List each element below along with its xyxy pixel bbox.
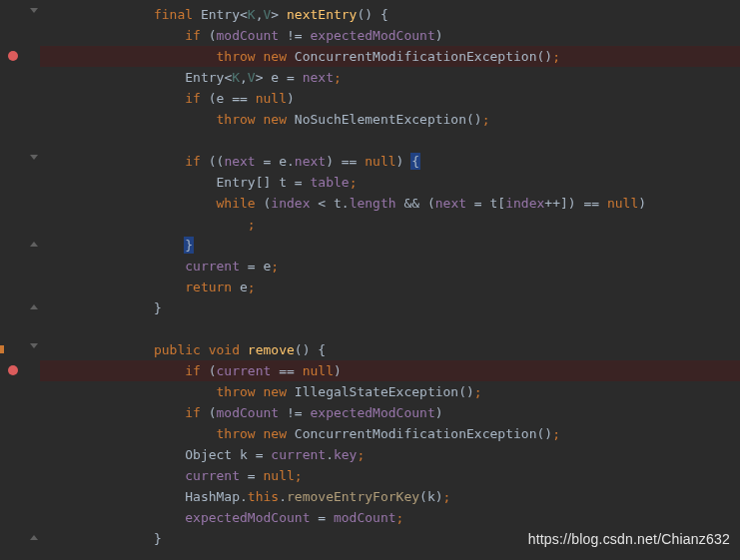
token: > [271,7,287,22]
gutter-line[interactable] [0,214,40,235]
gutter-line[interactable] [0,130,40,151]
code-line[interactable]: return e; [40,277,740,297]
token: k [240,447,248,462]
token: null [303,363,334,378]
gutter-line[interactable] [0,256,40,277]
breakpoint-icon[interactable] [8,51,18,61]
gutter-line[interactable] [0,381,40,402]
token: next [303,70,334,85]
token: ) [638,196,646,211]
gutter[interactable] [0,0,40,560]
fold-collapse-icon[interactable] [29,238,39,248]
token: nextEntry [287,7,357,22]
code-line[interactable]: while (index < t.length && (next = t[ind… [40,193,740,214]
code-line[interactable]: if (modCount != expectedModCount) [40,25,740,46]
code-line[interactable]: if ((next = e.next) == null) { [40,151,740,172]
code-line[interactable]: Entry[] t = table; [40,172,740,193]
token: Object [185,447,240,462]
gutter-line[interactable] [0,360,40,381]
token: void [209,342,248,357]
fold-expand-icon[interactable] [29,342,39,352]
gutter-line[interactable] [0,507,40,528]
gutter-line[interactable] [0,528,40,549]
token: () [536,426,552,441]
token: if [185,363,208,378]
gutter-line[interactable] [0,297,40,318]
gutter-line[interactable] [0,423,40,444]
token: ) [435,489,443,504]
gutter-line[interactable] [0,339,40,360]
gutter-line[interactable] [0,444,40,465]
token: . [240,489,248,504]
code-line[interactable]: expectedModCount = modCount; [40,507,740,528]
gutter-line[interactable] [0,88,40,109]
code-line[interactable]: } [40,235,740,256]
gutter-line[interactable] [0,318,40,339]
fold-expand-icon[interactable] [29,7,39,17]
gutter-line[interactable] [0,172,40,193]
gutter-line[interactable] [0,67,40,88]
code-line[interactable]: Entry<K,V> e = next; [40,67,740,88]
code-line[interactable]: throw new ConcurrentModificationExceptio… [40,423,740,444]
code-line[interactable]: HashMap.this.removeEntryForKey(k); [40,486,740,507]
code-line[interactable]: Object k = current.key; [40,444,740,465]
token: t [279,175,287,190]
code-line[interactable] [40,130,740,151]
token: if [185,91,208,106]
token: current [217,363,272,378]
code-line[interactable]: } [40,297,740,318]
code-area[interactable]: final Entry<K,V> nextEntry() { if (modCo… [40,0,740,560]
token: public [154,342,209,357]
token: expectedModCount [310,405,434,420]
code-line[interactable]: public void remove() { [40,339,740,360]
code-line[interactable]: current = null; [40,465,740,486]
gutter-line[interactable] [0,235,40,256]
override-marker-icon[interactable] [0,345,4,353]
code-line[interactable]: if (modCount != expectedModCount) [40,402,740,423]
token: while [217,196,264,211]
token: { [318,342,326,357]
token: ( [209,363,217,378]
code-line[interactable]: throw new ConcurrentModificationExceptio… [40,46,740,67]
gutter-line[interactable] [0,465,40,486]
breakpoint-icon[interactable] [8,365,18,375]
gutter-line[interactable] [0,25,40,46]
code-editor[interactable]: final Entry<K,V> nextEntry() { if (modCo… [0,0,740,560]
code-line[interactable]: if (e == null) [40,88,740,109]
token: ( [419,489,427,504]
code-line[interactable] [40,318,740,339]
token: = [279,70,302,85]
token: ) [287,91,295,106]
token: modCount [217,28,280,43]
fold-collapse-icon[interactable] [29,531,39,541]
fold-collapse-icon[interactable] [29,300,39,310]
gutter-line[interactable] [0,151,40,172]
code-line[interactable]: if (current == null) [40,360,740,381]
token: index [271,196,310,211]
gutter-line[interactable] [0,486,40,507]
gutter-line[interactable] [0,193,40,214]
token: ]) [560,196,583,211]
token: = [256,154,279,169]
gutter-line[interactable] [0,109,40,130]
token: < [240,7,248,22]
token: } [185,238,193,253]
code-line[interactable]: throw new NoSuchElementException(); [40,109,740,130]
token: ( [427,196,435,211]
gutter-line[interactable] [0,4,40,25]
gutter-line[interactable] [0,277,40,297]
code-line[interactable]: ; [40,214,740,235]
token: } [154,300,162,315]
token: != [279,405,310,420]
token: ; [271,259,279,274]
token: (( [209,154,225,169]
code-line[interactable]: throw new IllegalStateException(); [40,381,740,402]
fold-expand-icon[interactable] [29,154,39,164]
token: removeEntryForKey [287,489,419,504]
token: Entry [217,175,256,190]
token: next [295,154,326,169]
gutter-line[interactable] [0,402,40,423]
gutter-line[interactable] [0,46,40,67]
code-line[interactable]: final Entry<K,V> nextEntry() { [40,4,740,25]
code-line[interactable]: current = e; [40,256,740,277]
